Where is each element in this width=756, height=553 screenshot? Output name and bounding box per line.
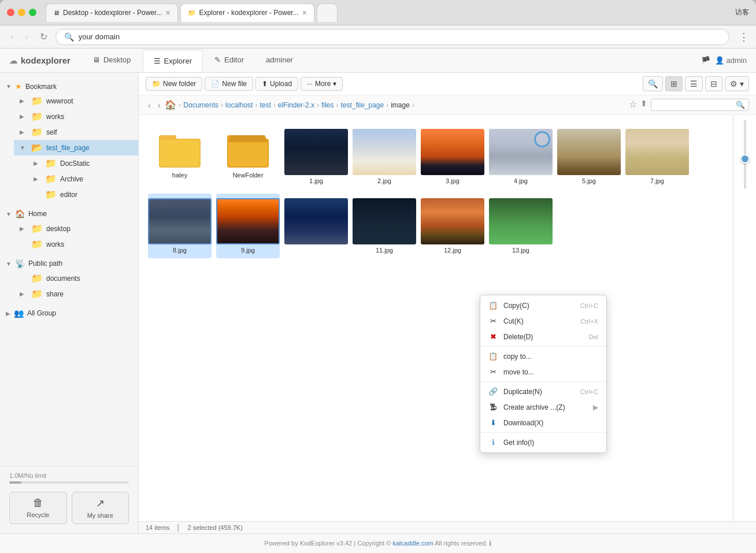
breadcrumb-documents[interactable]: Documents (183, 101, 218, 109)
ctx-move-to-label: move to... (503, 368, 592, 376)
file-item-newfolder[interactable]: NewFolder (216, 124, 280, 189)
8jpg-thumb (148, 198, 212, 244)
address-input[interactable] (79, 32, 721, 41)
sidebar-item-desktop[interactable]: ▶ 📁 desktop (14, 221, 138, 236)
browser-tab-desktop[interactable]: 🖥 Desktop - kodexplorer - Power... × (46, 3, 178, 22)
breadcrumb-sep-3: › (273, 101, 276, 109)
file-item-10jpg[interactable] (284, 194, 348, 258)
browser-tab-explorer[interactable]: 📁 Explorer - kodexplorer - Power... × (180, 3, 314, 22)
view-grid-button[interactable]: ⊞ (665, 76, 683, 91)
close-button[interactable] (7, 9, 14, 16)
upload-button[interactable]: ⬆ Upload (255, 77, 298, 91)
ctx-copy-label: Copy(C) (503, 302, 575, 310)
sidebar-item-works2[interactable]: 📁 works (14, 236, 138, 252)
tab-desktop[interactable]: 🖥 Desktop (82, 50, 142, 71)
haley-folder-thumb (157, 129, 203, 169)
file-item-haley[interactable]: haley (148, 124, 212, 189)
ctx-copy[interactable]: 📋 Copy(C) Ctrl+C (480, 298, 606, 313)
tab-explorer[interactable]: ☰ Explorer (143, 50, 203, 72)
upload-label: Upload (270, 80, 292, 88)
file-item-1jpg[interactable]: 1.jpg (284, 124, 348, 189)
file-item-11jpg[interactable]: 11.jpg (353, 194, 416, 258)
sidebar-item-share[interactable]: ▶ 📁 share (14, 286, 138, 302)
minimize-button[interactable] (18, 9, 25, 16)
sidebar-item-works[interactable]: ▶ 📁 works (14, 109, 138, 124)
recycle-button[interactable]: 🗑 Recycle (9, 492, 67, 524)
flag-button[interactable]: 🏴 (701, 56, 710, 65)
address-bar[interactable]: 🔍 (55, 29, 729, 45)
ctx-get-info[interactable]: ℹ Get info(I) (480, 435, 606, 450)
sidebar-header-home[interactable]: ▼ 🏠 Home (0, 207, 138, 221)
breadcrumb-search-input[interactable] (655, 101, 736, 109)
favorite-icon[interactable]: ☆ (629, 99, 637, 111)
file-item-4jpg[interactable]: 4.jpg (489, 124, 553, 189)
footer-link[interactable]: kalcaddle.com (392, 540, 433, 547)
ctx-move-to[interactable]: ✂ move to... (480, 364, 606, 380)
ctx-duplicate[interactable]: 🔗 Duplicate(N) Ctrl+C (480, 384, 606, 399)
ctx-copy-to[interactable]: 📋 copy to... (480, 348, 606, 364)
9jpg-label: 9.jpg (241, 247, 255, 254)
reload-button[interactable]: ↻ (36, 29, 51, 44)
ctx-delete[interactable]: ✖ Delete(D) Del (480, 329, 606, 344)
maximize-button[interactable] (29, 9, 36, 16)
file-item-13jpg[interactable]: 13.jpg (489, 194, 553, 258)
sidebar-item-documents[interactable]: 📁 documents (14, 270, 138, 286)
view-split-button[interactable]: ⊟ (705, 76, 722, 91)
zoom-slider-thumb[interactable] (740, 154, 750, 164)
new-file-button[interactable]: 📄 New file (205, 77, 253, 91)
breadcrumb-files[interactable]: files (321, 101, 333, 109)
file-item-8jpg[interactable]: 8.jpg (148, 194, 212, 258)
explorer-tab-icon: 📁 (188, 9, 196, 17)
sidebar-item-editor[interactable]: 📁 editor (28, 187, 138, 202)
sidebar-header-all-group[interactable]: ▶ 👥 All Group (0, 306, 138, 320)
go-up-icon[interactable]: ⬆ (640, 99, 647, 111)
breadcrumb-forward-button[interactable]: › (155, 99, 163, 111)
sidebar-item-docstatic[interactable]: ▶ 📁 DocStatic (28, 155, 138, 171)
sidebar-item-test-file-page[interactable]: ▼ 📂 test_file_page (14, 140, 138, 155)
my-share-button[interactable]: ↗ My share (72, 492, 129, 524)
ctx-download[interactable]: ⬇ Download(X) (480, 415, 606, 430)
forward-button[interactable]: › (21, 29, 31, 44)
more-button[interactable]: ··· More ▾ (301, 77, 343, 91)
breadcrumb-test[interactable]: test (260, 101, 270, 109)
tab-editor[interactable]: ✎ Editor (204, 50, 254, 71)
breadcrumb-localhost[interactable]: localhost (225, 101, 253, 109)
zoom-slider[interactable] (744, 120, 746, 189)
sidebar-item-self[interactable]: ▶ 📁 self (14, 124, 138, 140)
sidebar-header-bookmark[interactable]: ▼ ★ Bookmark (0, 80, 138, 93)
all-group-expand-icon: ▶ (6, 310, 10, 317)
back-button[interactable]: ‹ (7, 29, 17, 44)
view-list-button[interactable]: ☰ (685, 76, 703, 91)
ctx-cut[interactable]: ✂ Cut(K) Ctrl+X (480, 313, 606, 329)
8jpg-label: 8.jpg (173, 247, 187, 254)
new-folder-button[interactable]: 📁 New folder (146, 77, 202, 91)
file-item-2jpg[interactable]: 2.jpg (353, 124, 416, 189)
file-item-9jpg[interactable]: 9.jpg (216, 194, 280, 258)
sidebar-header-public[interactable]: ▼ 📡 Public path (0, 257, 138, 270)
close-tab-1[interactable]: × (165, 8, 170, 17)
toolbar-search-button[interactable]: 🔍 (643, 76, 663, 91)
file-item-5jpg[interactable]: 5.jpg (557, 124, 621, 189)
menu-dots[interactable]: ⋮ (739, 31, 749, 43)
tab-adminer[interactable]: adminer (255, 50, 303, 71)
toolbar-right: 🔍 ⊞ ☰ ⊟ ⚙ ▾ (643, 76, 749, 91)
view-options-button[interactable]: ⚙ ▾ (725, 76, 749, 91)
new-folder-label: New folder (163, 80, 196, 88)
admin-button[interactable]: 👤 admin (715, 56, 747, 65)
sidebar-item-wwwroot[interactable]: ▶ 📁 wwwroot (14, 93, 138, 109)
file-item-12jpg[interactable]: 12.jpg (421, 194, 484, 258)
breadcrumb-test-file-page[interactable]: test_file_page (340, 101, 384, 109)
breadcrumb-back-button[interactable]: ‹ (146, 99, 153, 111)
public-expand-icon: ▼ (6, 261, 12, 267)
file-item-7jpg[interactable]: 7.jpg (625, 124, 689, 189)
app-nav: ☁ kodexplorer 🖥 Desktop ☰ Explorer ✎ Edi… (0, 49, 756, 73)
new-file-icon: 📄 (211, 80, 220, 88)
sidebar-item-archive[interactable]: ▶ 📁 Archive (28, 171, 138, 187)
close-tab-2[interactable]: × (302, 8, 307, 17)
file-item-3jpg[interactable]: 3.jpg (421, 124, 484, 189)
browser-tab-new[interactable] (317, 3, 338, 22)
breadcrumb-search[interactable]: 🔍 (651, 99, 749, 111)
ctx-create-archive[interactable]: 🗜 Create archive ...(Z) ▶ (480, 399, 606, 415)
breadcrumb-home-icon[interactable]: 🏠 (165, 99, 176, 110)
breadcrumb-elfinder[interactable]: elFinder-2.x (278, 101, 314, 109)
